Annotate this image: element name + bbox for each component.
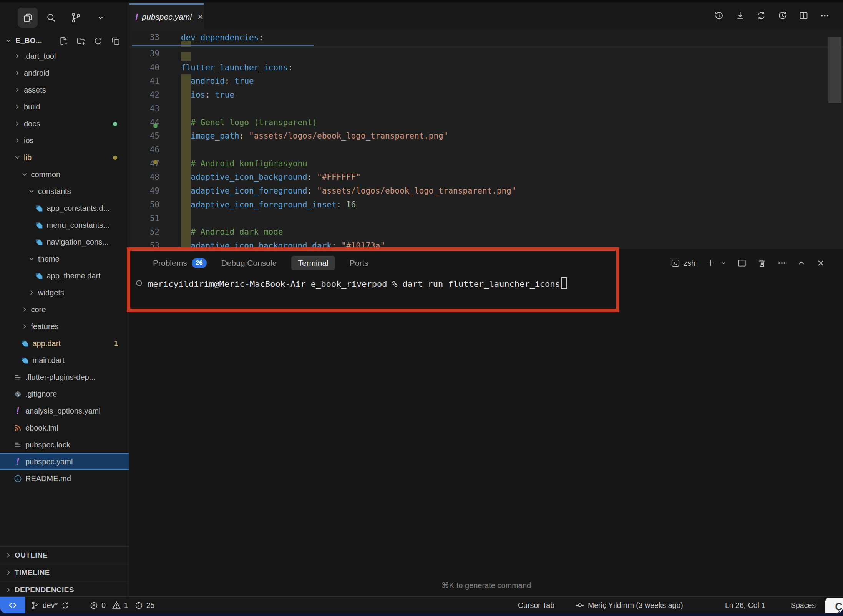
tree-item-ebook-iml[interactable]: ebook.iml bbox=[0, 419, 129, 436]
panel-tabs: Problems26Debug ConsoleTerminalPorts bbox=[153, 255, 368, 272]
yaml-warning-icon: ! bbox=[13, 457, 22, 466]
file-label: android bbox=[24, 69, 50, 78]
tree-item-theme[interactable]: theme bbox=[0, 250, 129, 267]
indent-text: Spaces bbox=[791, 601, 816, 610]
file-label: pubspec.yaml bbox=[25, 457, 73, 466]
new-folder-button[interactable] bbox=[76, 36, 86, 46]
tree-item-navigation-cons-[interactable]: navigation_cons... bbox=[0, 233, 129, 250]
tree-item-constants[interactable]: constants bbox=[0, 183, 129, 200]
dart-file-icon bbox=[35, 204, 44, 213]
file-label: constants bbox=[38, 187, 71, 196]
editor-scrollbar[interactable] bbox=[828, 37, 841, 103]
tab-bar: ! pubspec.yaml ✕ bbox=[129, 2, 843, 29]
tab-pubspec-yaml[interactable]: ! pubspec.yaml ✕ bbox=[129, 3, 204, 29]
chevron-right-icon bbox=[20, 305, 29, 314]
tree-item-docs[interactable]: docs bbox=[0, 115, 129, 132]
remote-indicator[interactable] bbox=[0, 597, 25, 613]
sticky-scroll-line[interactable]: 33dev_dependencies: bbox=[129, 29, 843, 47]
tree-item-lib[interactable]: lib bbox=[0, 149, 129, 166]
split-button[interactable] bbox=[798, 10, 809, 21]
more-button[interactable] bbox=[820, 10, 830, 21]
tree-item--dart-tool[interactable]: .dart_tool bbox=[0, 48, 129, 65]
editor-area[interactable]: ! pubspec.yaml ✕ 33dev_dependencies: 394… bbox=[129, 2, 843, 249]
new-terminal-button[interactable] bbox=[705, 258, 715, 268]
tree-item-ios[interactable]: ios bbox=[0, 132, 129, 149]
line-number: 49 bbox=[129, 186, 159, 195]
new-file-button[interactable] bbox=[59, 36, 68, 46]
panel-tab-terminal[interactable]: Terminal bbox=[291, 256, 335, 270]
code-text: # Android konfigürasyonu bbox=[181, 157, 307, 171]
maximize-panel-icon[interactable] bbox=[797, 258, 806, 268]
tree-item-widgets[interactable]: widgets bbox=[0, 284, 129, 301]
cursor-tab-status[interactable]: Cursor Tab bbox=[518, 597, 554, 613]
code-area[interactable]: 3940flutter_launcher_icons:41 android: t… bbox=[129, 47, 843, 249]
tree-item-assets[interactable]: assets bbox=[0, 81, 129, 98]
close-tab-icon[interactable]: ✕ bbox=[197, 12, 204, 22]
tree-item-common[interactable]: common bbox=[0, 166, 129, 183]
panel-tab-problems[interactable]: Problems26 bbox=[153, 258, 207, 268]
tree-item-app-dart[interactable]: app.dart1 bbox=[0, 335, 129, 352]
code-text: # Android dark mode bbox=[181, 225, 283, 239]
terminal-dropdown-chevron[interactable] bbox=[720, 260, 727, 267]
search-button[interactable] bbox=[41, 8, 61, 28]
modified-gutter-marker bbox=[181, 102, 191, 116]
explorer-header[interactable]: E_BO... bbox=[0, 32, 129, 49]
input-source-overlay: Ç bbox=[825, 598, 843, 613]
clock-sync-button[interactable] bbox=[777, 10, 788, 21]
sync-icon bbox=[61, 601, 70, 610]
shell-indicator[interactable]: zsh bbox=[670, 258, 695, 268]
explorer-view-button[interactable] bbox=[18, 8, 38, 28]
problems-status[interactable]: 0 1 25 bbox=[90, 597, 154, 613]
code-line-44: 44 # Genel logo (transparent) bbox=[129, 116, 843, 129]
tree-item-core[interactable]: core bbox=[0, 301, 129, 318]
git-blame-status[interactable]: Meriç Yıldırım (3 weeks ago) bbox=[575, 597, 683, 613]
tree-item-android[interactable]: android bbox=[0, 65, 129, 81]
tree-item-features[interactable]: features bbox=[0, 318, 129, 335]
code-line-40: 40flutter_launcher_icons: bbox=[129, 61, 843, 75]
tree-item-app-theme-dart[interactable]: app_theme.dart bbox=[0, 267, 129, 284]
section-timeline[interactable]: TIMELINE bbox=[0, 564, 129, 581]
chevron-right-icon bbox=[13, 136, 22, 145]
split-terminal-button[interactable] bbox=[737, 258, 747, 268]
tree-item-pubspec-yaml[interactable]: !pubspec.yaml bbox=[0, 453, 129, 470]
kill-terminal-button[interactable] bbox=[757, 258, 767, 268]
cursor-position-status[interactable]: Ln 26, Col 1 bbox=[725, 597, 765, 613]
tree-item-main-dart[interactable]: main.dart bbox=[0, 352, 129, 369]
section-outline[interactable]: OUTLINE bbox=[0, 546, 129, 564]
git-branch-status[interactable]: dev* bbox=[31, 597, 70, 613]
tree-item-pubspec-lock[interactable]: pubspec.lock bbox=[0, 436, 129, 453]
file-label: docs bbox=[24, 119, 40, 128]
tree-item--gitignore[interactable]: .gitignore bbox=[0, 386, 129, 402]
terminal-command-line[interactable]: mericyildirim@Meric-MacBook-Air e_book_r… bbox=[135, 277, 567, 289]
tree-item-menu-constants-[interactable]: menu_constants... bbox=[0, 217, 129, 233]
file-label: README.md bbox=[25, 474, 71, 483]
section-dependencies[interactable]: DEPENDENCIES bbox=[0, 581, 129, 598]
chevron-right-icon bbox=[13, 119, 22, 128]
sync-button[interactable] bbox=[756, 10, 767, 21]
panel-tab-debug-console[interactable]: Debug Console bbox=[221, 258, 277, 268]
tree-item-readme-md[interactable]: README.md bbox=[0, 470, 129, 487]
status-bar: dev* 0 1 25 Cursor Tab Meriç Yıldırım (3… bbox=[0, 596, 843, 613]
panel-tab-ports[interactable]: Ports bbox=[350, 258, 368, 268]
indentation-status[interactable]: Spaces bbox=[791, 597, 816, 613]
line-number: 39 bbox=[129, 49, 159, 58]
more-actions-icon[interactable] bbox=[777, 258, 787, 268]
git-file-icon bbox=[13, 389, 22, 399]
views-chevron-button[interactable] bbox=[91, 8, 111, 28]
download-button[interactable] bbox=[735, 10, 745, 21]
close-panel-icon[interactable] bbox=[816, 258, 825, 268]
file-label: pubspec.lock bbox=[25, 440, 70, 449]
history-button[interactable] bbox=[714, 10, 724, 21]
collapse-all-button[interactable] bbox=[111, 36, 120, 46]
refresh-button[interactable] bbox=[93, 36, 103, 46]
chevron-right-icon bbox=[5, 569, 12, 576]
dart-file-icon bbox=[35, 220, 44, 230]
tree-item-build[interactable]: build bbox=[0, 98, 129, 115]
line-number: 40 bbox=[129, 63, 159, 72]
modified-gutter-marker bbox=[181, 143, 191, 157]
tree-item--flutter-plugins-dep-[interactable]: .flutter-plugins-dep... bbox=[0, 369, 129, 386]
terminal-toolbar: zsh bbox=[670, 255, 825, 272]
tree-item-analysis-options-yaml[interactable]: !analysis_options.yaml bbox=[0, 402, 129, 419]
source-control-button[interactable] bbox=[66, 8, 86, 28]
tree-item-app-constants-d-[interactable]: app_constants.d... bbox=[0, 200, 129, 217]
